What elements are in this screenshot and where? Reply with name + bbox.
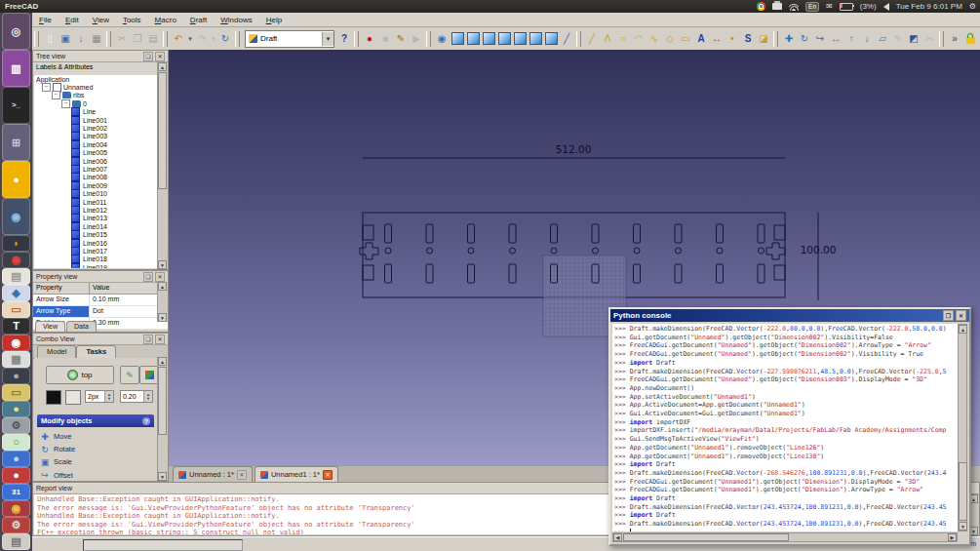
tree-item-line015[interactable]: Line015: [34, 230, 157, 238]
python-console-titlebar[interactable]: Python console ❐ ✕: [610, 309, 969, 322]
action-offset[interactable]: ↪Offset: [40, 469, 155, 480]
draw-style-button[interactable]: ✎: [120, 366, 139, 384]
tree-item-line003[interactable]: Line003: [34, 133, 157, 140]
toolbar-extender-button[interactable]: »: [947, 30, 962, 47]
robot-app-icon[interactable]: ◉: [2, 500, 30, 517]
view-right-button[interactable]: [496, 30, 512, 47]
copy-button[interactable]: ❐: [130, 30, 145, 47]
draft-subelement-button[interactable]: ✂: [921, 30, 937, 47]
chrome-icon[interactable]: ◉: [2, 252, 30, 268]
fit-all-button[interactable]: ◉: [434, 30, 450, 47]
draft-rectangle-button[interactable]: ▭: [678, 30, 693, 47]
wifi-icon[interactable]: [789, 3, 799, 11]
property-tab-data[interactable]: Data: [66, 321, 97, 332]
console-hscrollbar[interactable]: ◀ ▶: [612, 532, 958, 542]
macro-edit-button[interactable]: ✎: [393, 30, 409, 47]
property-scrollbar[interactable]: ▲ ▼: [157, 282, 168, 322]
draft-dimension-button[interactable]: ↔: [709, 30, 725, 47]
menu-draft[interactable]: Draft: [183, 16, 214, 24]
line-width-spinbox[interactable]: 2px ▲▼: [85, 390, 114, 403]
view-front-button[interactable]: [465, 30, 481, 47]
scroll-up-icon[interactable]: ▲: [158, 282, 167, 291]
system-tools-icon[interactable]: ⚙: [2, 517, 30, 533]
toolbar-handle[interactable]: [106, 31, 111, 47]
tree-item-line010[interactable]: Line010: [34, 189, 157, 197]
app-icon-1-icon[interactable]: ●: [2, 368, 30, 384]
scroll-left-icon[interactable]: ◀: [613, 533, 622, 541]
draft-shape2dview-button[interactable]: ◩: [906, 30, 921, 47]
mdi-tab-unnamed[interactable]: Unnamed : 1*✕: [173, 466, 253, 482]
menu-view[interactable]: View: [86, 16, 116, 24]
save-file-button[interactable]: ↓: [73, 30, 89, 47]
scale-spinbox[interactable]: 0.20 ▲▼: [120, 390, 153, 403]
youtube-icon[interactable]: T: [2, 318, 30, 335]
tree-item-ribs[interactable]: –ribs: [34, 92, 157, 99]
python-console-log[interactable]: >>> Draft.makeDimension(FreeCAD.Vector(-…: [612, 324, 958, 531]
refresh-button[interactable]: ↻: [217, 30, 233, 47]
scroll-down-icon[interactable]: ▼: [158, 472, 167, 481]
tree-item-line013[interactable]: Line013: [34, 215, 157, 222]
draft-circle-button[interactable]: ○: [615, 30, 631, 47]
toolbar-handle[interactable]: [426, 31, 431, 47]
close-panel-icon[interactable]: ✕: [155, 52, 165, 61]
spin-arrows-icon[interactable]: ▲▼: [143, 391, 152, 402]
face-color-swatch[interactable]: [65, 390, 81, 405]
macro-stop-button[interactable]: ■: [377, 30, 393, 47]
toolbar-handle[interactable]: [576, 31, 581, 47]
measure-distance-button[interactable]: ╱: [559, 30, 574, 47]
photos-app-icon[interactable]: ▦: [2, 351, 30, 368]
tree-item-line012[interactable]: Line012: [34, 206, 157, 214]
app-icon-3-icon[interactable]: ●: [2, 401, 30, 417]
column-value[interactable]: Value: [90, 283, 168, 294]
toolbar-handle[interactable]: [354, 31, 359, 47]
print-button[interactable]: ▦: [89, 30, 104, 47]
battery-icon[interactable]: [840, 3, 853, 11]
terminal-icon[interactable]: >_: [2, 87, 30, 124]
notes-app-icon[interactable]: ●: [2, 161, 30, 198]
tree-item-line018[interactable]: Line018: [34, 256, 157, 263]
tree-item-line004[interactable]: Line004: [34, 140, 157, 148]
draft-text-button[interactable]: A: [693, 30, 709, 47]
tree-item-line019[interactable]: Line019: [34, 263, 157, 268]
close-panel-icon[interactable]: ✕: [155, 335, 165, 344]
color-button[interactable]: [139, 366, 157, 384]
restore-window-icon[interactable]: ❐: [943, 310, 954, 321]
toolbar-handle[interactable]: [235, 31, 240, 47]
globe-app-icon[interactable]: ●: [2, 451, 30, 467]
tree-item-line009[interactable]: Line009: [34, 181, 157, 189]
action-move[interactable]: ✚Move: [40, 430, 155, 443]
view-top-button[interactable]: top: [46, 366, 114, 384]
workspace-switcher-icon[interactable]: ⊞: [2, 124, 30, 161]
combo-scrollbar[interactable]: ▲ ▼: [157, 357, 168, 481]
chrome-tray-icon[interactable]: [757, 2, 765, 11]
menu-macro[interactable]: Macro: [148, 16, 183, 24]
tree-item-line014[interactable]: Line014: [34, 222, 157, 230]
firefox-icon[interactable]: ◗: [2, 235, 30, 252]
media-player-icon[interactable]: ◉: [2, 335, 30, 351]
draft-rotate-button[interactable]: ↻: [797, 30, 812, 47]
view-axonometric-button[interactable]: [450, 30, 465, 47]
console-vscrollbar[interactable]: ▲ ▼: [958, 324, 967, 531]
menu-edit[interactable]: Edit: [59, 16, 86, 24]
ubuntu-launcher-icon[interactable]: ◎: [2, 13, 30, 50]
lock-toolbars-button[interactable]: [962, 30, 978, 47]
property-value[interactable]: 0.10 mm: [90, 295, 168, 305]
session-gear-icon[interactable]: ⚙: [969, 0, 976, 13]
tree-item-line002[interactable]: Line002: [34, 124, 157, 132]
workbench-selector[interactable]: Draft▼: [245, 30, 334, 48]
mdi-tab-unnamed1[interactable]: Unnamed1 : 1*✕: [255, 466, 338, 482]
expander-icon[interactable]: –: [42, 83, 51, 92]
draft-wire-button[interactable]: Λ: [600, 30, 615, 47]
column-property[interactable]: Property: [33, 283, 90, 294]
scroll-up-icon[interactable]: ▲: [959, 325, 967, 334]
menu-help[interactable]: Help: [259, 16, 289, 24]
draft-upgrade-button[interactable]: ↑: [843, 30, 859, 47]
float-panel-icon[interactable]: ❏: [143, 52, 153, 61]
property-row-arrow-type[interactable]: Arrow TypeDot▼: [33, 306, 168, 318]
expander-icon[interactable]: –: [52, 91, 60, 99]
close-window-icon[interactable]: ✕: [956, 310, 966, 321]
dropdown-caret-icon[interactable]: ▼: [322, 32, 333, 46]
tree-item-line008[interactable]: Line008: [34, 174, 157, 181]
action-rotate[interactable]: ↻Rotate: [40, 443, 155, 455]
menu-file[interactable]: File: [32, 16, 59, 24]
